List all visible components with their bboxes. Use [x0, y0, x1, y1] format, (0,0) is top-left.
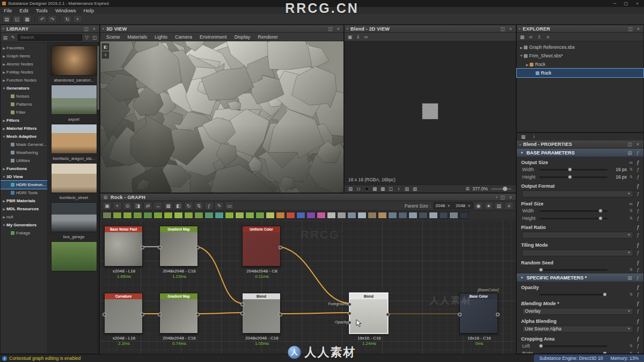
float-panel-icon[interactable]: ◫	[627, 142, 633, 147]
explorer-item-rock[interactable]: ▶Rock	[517, 60, 643, 69]
node-color-swatch[interactable]	[388, 212, 397, 219]
param-value[interactable]: 16 px	[610, 167, 627, 172]
info-icon[interactable]: i	[396, 186, 402, 191]
node-color-swatch[interactable]	[347, 212, 356, 219]
camera-icon[interactable]: ◧	[102, 43, 109, 50]
function-icon[interactable]: ƒ	[635, 319, 640, 324]
sidebar-item-graph-items[interactable]: ▶Graph Items	[1, 52, 47, 60]
node-color-swatch[interactable]	[266, 212, 275, 219]
function-icon[interactable]: ƒ	[635, 242, 640, 248]
node-color-swatch[interactable]	[429, 212, 438, 219]
output-port[interactable]	[141, 246, 144, 249]
tiling-icon[interactable]: ◫	[387, 186, 394, 191]
tree-arrow-icon[interactable]: ▶	[2, 54, 6, 58]
input-port[interactable]	[158, 246, 162, 249]
function-icon[interactable]: ƒ	[635, 292, 640, 297]
dropdown[interactable]: ▼	[522, 190, 633, 197]
node-color-swatch[interactable]	[368, 212, 377, 219]
node-color-swatch[interactable]	[306, 212, 316, 219]
slider-track[interactable]	[539, 269, 608, 271]
sidebar-item-material-filters[interactable]: ▶Material Filters	[1, 124, 47, 132]
graph-node-gradient-map[interactable]: Gradient Map2048x2048 - C160.74ms	[159, 293, 198, 334]
dropdown[interactable]: ▼	[522, 232, 633, 239]
edit-icon[interactable]: ✎	[10, 35, 17, 40]
output-port[interactable]	[196, 246, 200, 249]
node-color-swatch[interactable]	[378, 212, 387, 219]
slider-handle[interactable]	[539, 344, 543, 348]
sidebar-item-weathering[interactable]: Weathering	[1, 149, 47, 157]
lock-icon[interactable]: ◉	[474, 202, 483, 210]
slider-handle[interactable]	[598, 209, 603, 213]
swap-icon[interactable]: ⇄	[143, 202, 152, 210]
node-color-swatch[interactable]	[153, 212, 163, 219]
filter-icon[interactable]: ≡	[545, 34, 551, 40]
tree-arrow-icon[interactable]: ▶	[2, 78, 6, 82]
grid-icon[interactable]: ▦	[520, 134, 526, 139]
menu-file[interactable]: File	[0, 8, 16, 13]
dropdown[interactable]: Overlay▼	[522, 308, 633, 315]
tree-arrow-icon[interactable]: ▶	[2, 70, 6, 74]
function-icon[interactable]: ƒ	[635, 225, 640, 230]
section-function-icon[interactable]: ƒ	[635, 150, 641, 156]
function-icon[interactable]: ƒ	[635, 285, 640, 290]
cut-icon[interactable]: ◨	[133, 202, 142, 210]
pin-icon[interactable]: ▪	[519, 26, 521, 31]
node-color-swatch[interactable]	[449, 212, 458, 219]
graph-node-blend[interactable]: Blend16x16 - C161.24msForegroundOpacity	[349, 293, 388, 334]
bg-white-icon[interactable]: □	[355, 186, 362, 191]
sidebar-item-functions[interactable]: ▶Functions	[1, 165, 47, 173]
mask-icon[interactable]: ◧	[174, 202, 183, 210]
edit-icon[interactable]: ✎	[215, 202, 224, 210]
search-input[interactable]	[18, 34, 82, 41]
layout-icon[interactable]: ▤	[494, 202, 503, 210]
export-icon[interactable]: ⇧	[536, 34, 543, 40]
export-icon[interactable]: ⇓	[355, 34, 361, 40]
sidebar-item-filter[interactable]: Filter	[1, 108, 47, 116]
tree-arrow-icon[interactable]: ▶	[2, 127, 6, 130]
node-color-swatch[interactable]	[255, 212, 265, 219]
sidebar-item-hdri-tools[interactable]: HDRI Tools	[1, 189, 47, 197]
view3d-viewport[interactable]: ◧ +	[100, 41, 343, 193]
node-color-swatch[interactable]	[113, 212, 122, 219]
sidebar-item-noises[interactable]: Noises	[1, 92, 47, 100]
refresh-icon[interactable]: ↻	[63, 15, 72, 23]
close-button[interactable]: ×	[633, 1, 642, 6]
slider-track[interactable]	[539, 218, 608, 219]
function-icon[interactable]: ƒ	[635, 308, 640, 314]
sidebar-item-my-generators[interactable]: ▼My Generators	[1, 221, 47, 229]
function-icon[interactable]: ƒ	[635, 208, 640, 213]
link-icon[interactable]: ∞	[630, 160, 633, 165]
node-color-swatch[interactable]	[184, 212, 193, 219]
bg-black-icon[interactable]: ■	[363, 186, 370, 191]
function-icon[interactable]: ƒ	[635, 183, 640, 189]
float-panel-icon[interactable]: ◫	[627, 26, 633, 32]
pin-icon[interactable]: ▪	[347, 26, 348, 31]
sidebar-item-patterns[interactable]: Patterns	[1, 100, 47, 108]
pin-icon[interactable]: ▪	[3, 26, 4, 31]
function-icon[interactable]: ƒ	[635, 160, 640, 165]
node-color-swatch[interactable]	[174, 212, 183, 219]
sidebar-item-mask-generat-[interactable]: Mask Generat...	[1, 141, 47, 149]
sidebar-item-utilities[interactable]: Utilities	[1, 157, 47, 165]
pin-icon[interactable]: ▪	[496, 195, 497, 200]
sidebar-item-function-nodes[interactable]: ▶Function Nodes	[1, 76, 47, 84]
function-icon[interactable]: ƒ	[635, 267, 640, 272]
tree-arrow-icon[interactable]: ▶	[525, 63, 530, 67]
view3d-menu-materials[interactable]: Materials	[124, 34, 151, 40]
stepper-icon[interactable]: ⇅	[629, 209, 633, 213]
parent-size-height-select[interactable]: 2048▼	[453, 202, 473, 209]
link-icon[interactable]: ∞	[528, 34, 534, 40]
sidebar-item-atomic-nodes[interactable]: ▶Atomic Nodes	[1, 60, 47, 68]
stepper-icon[interactable]: ⇅	[629, 175, 633, 179]
info-icon[interactable]: i	[531, 134, 537, 139]
node-color-swatch[interactable]	[439, 212, 448, 219]
close-panel-icon[interactable]: ×	[635, 142, 641, 147]
minimize-button[interactable]: ─	[610, 1, 619, 6]
graph-node-blend[interactable]: Blend2048x2048 - C161.05ms	[242, 293, 281, 334]
dropdown[interactable]: ▼	[522, 249, 633, 256]
float-panel-icon[interactable]: ◫	[327, 26, 333, 32]
node-color-swatch[interactable]	[103, 212, 112, 219]
close-panel-icon[interactable]: ×	[508, 195, 514, 200]
tree-arrow-icon[interactable]: ▶	[2, 207, 6, 211]
section-header[interactable]: ▼BASE PARAMETERS▤ƒ	[517, 149, 643, 157]
